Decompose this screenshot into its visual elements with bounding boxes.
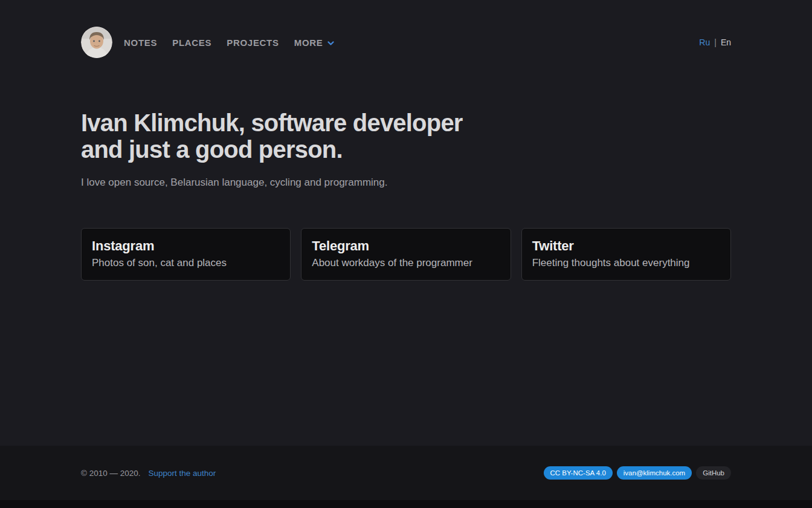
- nav-item-label: Places: [172, 37, 211, 48]
- card-title: Instagram: [92, 238, 280, 254]
- language-link-ru[interactable]: Ru: [699, 37, 710, 47]
- hero-section: Ivan Klimchuk, software developer and ju…: [81, 109, 731, 189]
- card-title: Twitter: [532, 238, 720, 254]
- license-badge[interactable]: CC BY-NC-SA 4.0: [544, 466, 613, 480]
- nav-item-projects[interactable]: Projects: [227, 37, 279, 48]
- card-description: About workdays of the programmer: [312, 257, 500, 269]
- nav-item-label: Projects: [227, 37, 279, 48]
- card-telegram[interactable]: Telegram About workdays of the programme…: [301, 228, 511, 281]
- bottom-strip: [0, 500, 812, 508]
- social-cards: Instagram Photos of son, cat and places …: [81, 228, 731, 281]
- support-author-link[interactable]: Support the author: [149, 469, 216, 478]
- github-badge[interactable]: GitHub: [696, 466, 731, 480]
- nav-item-more[interactable]: More: [294, 37, 335, 48]
- card-title: Telegram: [312, 238, 500, 254]
- nav-menu: Notes Places Projects More: [124, 37, 335, 48]
- card-twitter[interactable]: Twitter Fleeting thoughts about everythi…: [521, 228, 731, 281]
- nav-item-label: Notes: [124, 37, 157, 48]
- footer-badges: CC BY-NC-SA 4.0 ivan@klimchuk.com GitHub: [544, 466, 731, 480]
- page-subtitle: I love open source, Belarusian language,…: [81, 177, 731, 189]
- page-title-line-1: Ivan Klimchuk, software developer: [81, 109, 731, 136]
- card-instagram[interactable]: Instagram Photos of son, cat and places: [81, 228, 291, 281]
- avatar-photo: [81, 27, 112, 58]
- nav-item-label: More: [294, 37, 323, 48]
- card-description: Photos of son, cat and places: [92, 257, 280, 269]
- top-navigation: Notes Places Projects More: [81, 0, 731, 58]
- language-switcher: Ru | En: [699, 37, 731, 47]
- avatar[interactable]: [81, 27, 112, 58]
- nav-item-places[interactable]: Places: [172, 37, 211, 48]
- copyright-text: © 2010 — 2020.: [81, 469, 141, 478]
- chevron-down-icon: [327, 39, 335, 47]
- nav-item-notes[interactable]: Notes: [124, 37, 157, 48]
- language-current-en: En: [721, 37, 731, 47]
- language-separator: |: [714, 37, 717, 47]
- email-badge[interactable]: ivan@klimchuk.com: [617, 466, 692, 480]
- page: Notes Places Projects More: [0, 0, 812, 508]
- page-title-line-2: and just a good person.: [81, 136, 731, 163]
- footer: © 2010 — 2020. Support the author CC BY-…: [0, 446, 812, 500]
- card-description: Fleeting thoughts about everything: [532, 257, 720, 269]
- page-title: Ivan Klimchuk, software developer and ju…: [81, 109, 731, 163]
- content-spacer: [0, 281, 812, 446]
